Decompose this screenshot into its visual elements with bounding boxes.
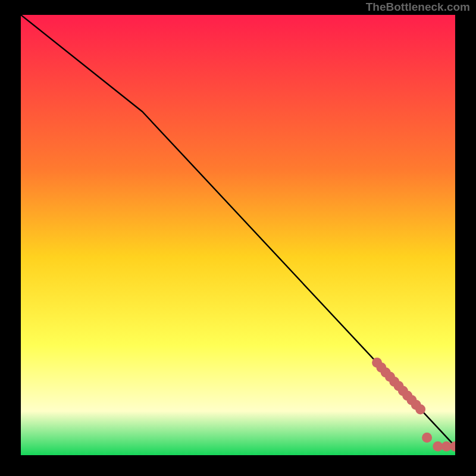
- marker-point: [441, 441, 452, 452]
- marker-point: [422, 433, 432, 443]
- chart-plot-area: [21, 15, 455, 455]
- chart-svg: [21, 15, 455, 455]
- chart-frame: TheBottleneck.com: [0, 0, 476, 476]
- marker-point: [415, 405, 425, 415]
- watermark-text: TheBottleneck.com: [366, 1, 470, 14]
- gradient-background: [21, 15, 455, 455]
- marker-point: [433, 441, 443, 452]
